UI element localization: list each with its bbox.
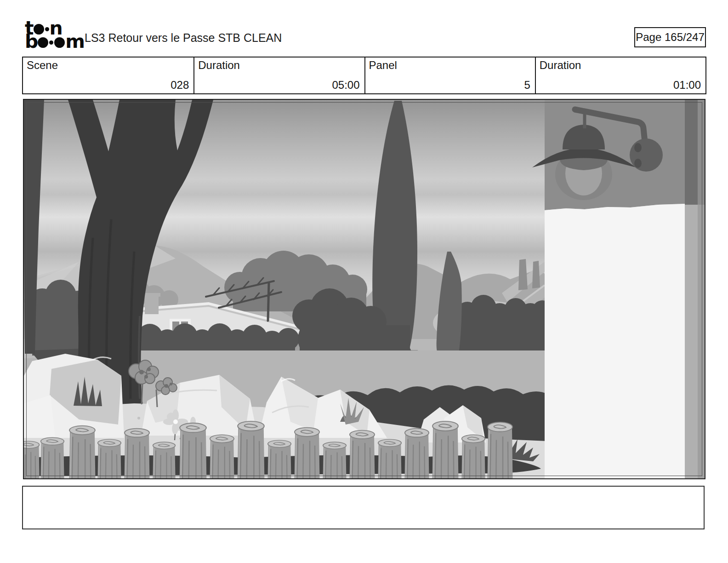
duration-label: Duration — [198, 59, 240, 72]
scene-value: 028 — [171, 79, 189, 92]
notes-box — [22, 486, 705, 529]
panel-artwork — [24, 100, 705, 478]
duration-value: 05:00 — [332, 79, 359, 92]
logo-letter: b — [25, 32, 37, 51]
toonboom-logo: t n b m — [25, 21, 85, 53]
logo-letter: n — [50, 19, 62, 38]
logo-letter: m — [65, 32, 84, 51]
logo-dot-icon — [45, 27, 49, 31]
project-title: LS3 Retour vers le Passe STB CLEAN — [85, 31, 282, 45]
scene-cell: Scene 028 — [23, 57, 193, 93]
panel-cell: Panel 5 — [364, 57, 535, 93]
panel-label: Panel — [369, 59, 397, 72]
scene-duration-cell: Duration 05:00 — [193, 57, 364, 93]
panel-value: 5 — [524, 79, 530, 92]
duration-label: Duration — [540, 59, 581, 72]
panel-duration-cell: Duration 01:00 — [535, 57, 705, 93]
logo-dot-icon — [49, 40, 53, 45]
logo-disc-icon — [38, 37, 48, 48]
storyboard-panel — [23, 99, 705, 479]
storyboard-page: t n b m LS3 Retour vers le Passe STB CLE… — [0, 0, 728, 563]
info-table: Scene 028 Duration 05:00 Panel 5 Duratio… — [22, 57, 706, 94]
duration-value: 01:00 — [673, 79, 701, 92]
white-wall — [545, 200, 705, 478]
page-number-box: Page 165/247 — [634, 27, 706, 47]
scene-label: Scene — [27, 59, 58, 72]
wall-edge-strip — [685, 100, 705, 478]
lamp-mount — [630, 138, 663, 172]
